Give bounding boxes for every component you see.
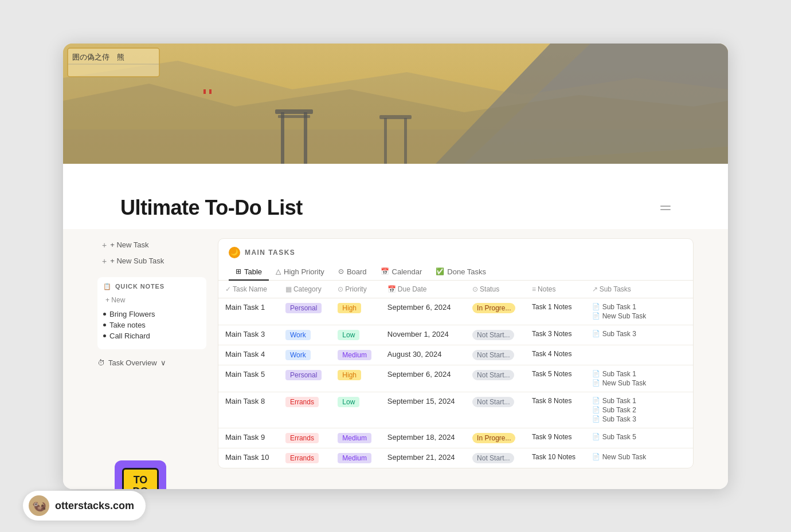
category-cell: Errands — [279, 448, 331, 468]
subtasks-cell: 📄Sub Task 1📄New Sub Task — [585, 298, 693, 325]
due-date-cell: November 1, 2024 — [381, 325, 465, 345]
table-row[interactable]: Main Task 10ErrandsMediumSeptember 21, 2… — [218, 448, 693, 468]
tabs-bar: ⊞ Table △ High Priority ⊙ Board 📅 Calend… — [218, 258, 693, 281]
notes-cell: Task 4 Notes — [525, 345, 585, 365]
subtask-item: 📄Sub Task 3 — [592, 415, 686, 423]
subtask-item: 📄New Sub Task — [592, 379, 686, 387]
category-cell: Personal — [279, 365, 331, 392]
tasks-table: ✓Task Name ▦Category ⊙Priority 📅Due Date — [218, 281, 693, 468]
chevron-down-icon: ∨ — [160, 358, 166, 367]
subtask-item: 📄New Sub Task — [592, 453, 686, 461]
table-row[interactable]: Main Task 8ErrandsLowSeptember 15, 2024N… — [218, 392, 693, 428]
svg-rect-12 — [379, 115, 412, 119]
task-name-cell: Main Task 1 — [218, 298, 279, 325]
tab-calendar[interactable]: 📅 Calendar — [374, 264, 429, 281]
priority-cell: Medium — [331, 448, 380, 468]
task-name-cell: Main Task 4 — [218, 345, 279, 365]
status-cell: Not Start... — [465, 345, 525, 365]
notes-cell: Task 3 Notes — [525, 325, 585, 345]
watermark: 🦦 otterstacks.com — [23, 491, 146, 521]
tab-high-priority[interactable]: △ High Priority — [269, 264, 331, 281]
status-cell: Not Start... — [465, 365, 525, 392]
subtask-icon: 📄 — [592, 453, 600, 460]
due-date-cell: September 18, 2024 — [381, 428, 465, 448]
th-task-name: ✓Task Name — [218, 281, 279, 298]
svg-rect-11 — [404, 118, 407, 164]
new-task-button[interactable]: + + New Task — [97, 238, 206, 252]
due-date-cell: September 6, 2024 — [381, 365, 465, 392]
subtask-icon: 📄 — [592, 370, 600, 377]
main-tasks-card: 🌙 MAIN TASKS ⊞ Table △ High Priority — [218, 238, 694, 468]
svg-rect-17 — [203, 89, 206, 94]
table-row[interactable]: Main Task 9ErrandsMediumSeptember 18, 20… — [218, 428, 693, 448]
subtask-icon: 📄 — [592, 330, 600, 337]
priority-cell: High — [331, 298, 380, 325]
task-name-cell: Main Task 5 — [218, 365, 279, 392]
list-item-2: Take notes — [103, 320, 201, 330]
th-notes: ≡Notes — [525, 281, 585, 298]
tab-table[interactable]: ⊞ Table — [229, 264, 269, 281]
menu-line-2 — [660, 209, 671, 210]
task-overview-button[interactable]: ⏱ Task Overview ∨ — [97, 358, 206, 367]
svg-rect-10 — [384, 118, 387, 164]
table-row[interactable]: Main Task 1PersonalHighSeptember 6, 2024… — [218, 298, 693, 325]
subtask-item: 📄New Sub Task — [592, 312, 686, 320]
app-container: 囲の偽之侍 熊 TODO Ultimate To-Do List + + New… — [63, 44, 728, 489]
tab-board[interactable]: ⊙ Board — [331, 264, 374, 281]
notes-cell: Task 5 Notes — [525, 365, 585, 392]
category-cell: Work — [279, 345, 331, 365]
quick-notes-title: QUICK NOTES — [115, 283, 165, 290]
svg-rect-18 — [209, 89, 212, 94]
header-banner: 囲の偽之侍 熊 — [63, 44, 728, 164]
subtasks-cell: 📄Sub Task 5 — [585, 428, 693, 448]
subtask-item: 📄Sub Task 1 — [592, 303, 686, 311]
bullet-3 — [103, 334, 106, 337]
otter-avatar: 🦦 — [29, 495, 49, 516]
priority-icon: △ — [276, 267, 281, 275]
sidebar: + + New Task + + New Sub Task 📋 QUICK NO… — [97, 229, 206, 478]
card-header: 🌙 MAIN TASKS — [218, 239, 693, 258]
subtask-icon: 📄 — [592, 433, 600, 440]
task-name-cell: Main Task 3 — [218, 325, 279, 345]
category-cell: Work — [279, 325, 331, 345]
status-cell: Not Start... — [465, 392, 525, 428]
priority-cell: Medium — [331, 345, 380, 365]
svg-rect-8 — [275, 109, 313, 114]
subtask-icon: 📄 — [592, 397, 600, 404]
page-title: Ultimate To-Do List — [120, 196, 303, 220]
priority-cell: High — [331, 365, 380, 392]
list-item-1: Bring Flowers — [103, 309, 201, 320]
svg-rect-7 — [304, 112, 307, 164]
new-subtask-label: + New Sub Task — [110, 257, 164, 265]
status-cell: Not Start... — [465, 448, 525, 468]
subtask-icon: 📄 — [592, 415, 600, 423]
due-date-cell: September 15, 2024 — [381, 392, 465, 428]
table-row[interactable]: Main Task 3WorkLowNovember 1, 2024Not St… — [218, 325, 693, 345]
subtask-icon: 📄 — [592, 303, 600, 310]
category-cell: Errands — [279, 428, 331, 448]
subtask-icon: 📄 — [592, 379, 600, 387]
table-row[interactable]: Main Task 4WorkMediumAugust 30, 2024Not … — [218, 345, 693, 365]
main-layout: + + New Task + + New Sub Task 📋 QUICK NO… — [63, 229, 728, 489]
due-date-cell: August 30, 2024 — [381, 345, 465, 365]
task-name-cell: Main Task 8 — [218, 392, 279, 428]
th-due-date: 📅Due Date — [381, 281, 465, 298]
svg-rect-9 — [278, 115, 310, 118]
task-name-cell: Main Task 10 — [218, 448, 279, 468]
task-name-cell: Main Task 9 — [218, 428, 279, 448]
notes-cell: Task 8 Notes — [525, 392, 585, 428]
table-row[interactable]: Main Task 5PersonalHighSeptember 6, 2024… — [218, 365, 693, 392]
notes-cell: Task 9 Notes — [525, 428, 585, 448]
list-item-3: Call Richard — [103, 330, 201, 341]
priority-cell: Low — [331, 392, 380, 428]
table-header-row: ✓Task Name ▦Category ⊙Priority 📅Due Date — [218, 281, 693, 298]
new-note-button[interactable]: + New — [103, 295, 201, 305]
th-category: ▦Category — [279, 281, 331, 298]
subtasks-cell: 📄Sub Task 1📄Sub Task 2📄Sub Task 3 — [585, 392, 693, 428]
tab-done-tasks[interactable]: ✅ Done Tasks — [429, 264, 493, 281]
watermark-text: otterstacks.com — [55, 500, 134, 512]
bullet-1 — [103, 313, 106, 316]
new-subtask-button[interactable]: + + New Sub Task — [97, 254, 206, 268]
page-controls[interactable] — [660, 206, 671, 210]
subtask-icon: 📄 — [592, 312, 600, 320]
